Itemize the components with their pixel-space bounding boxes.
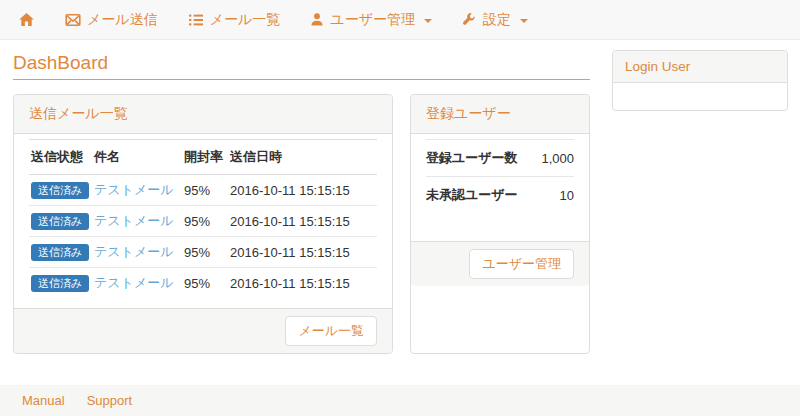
chevron-down-icon <box>424 19 432 23</box>
col-header-open-rate: 開封率 <box>182 140 228 175</box>
login-user-panel-body <box>613 83 787 110</box>
nav-home[interactable] <box>18 12 35 28</box>
registered-users-panel-body: 登録ユーザー数 1,000 未承認ユーザー 10 <box>411 134 589 241</box>
right-sidebar: Login User <box>612 50 788 111</box>
support-link[interactable]: Support <box>87 393 133 408</box>
table-row: 送信済み テストメール 95% 2016-10-11 15:15:15 <box>29 268 377 299</box>
registered-users-panel-title: 登録ユーザー <box>411 95 589 134</box>
sent-at-value: 2016-10-11 15:15:15 <box>228 206 377 237</box>
list-icon <box>188 12 204 28</box>
mail-subject-link[interactable]: テストメール <box>94 182 174 197</box>
open-rate-value: 95% <box>182 268 228 299</box>
table-row: 送信済み テストメール 95% 2016-10-11 15:15:15 <box>29 237 377 268</box>
status-badge: 送信済み <box>31 213 89 230</box>
mail-subject-link[interactable]: テストメール <box>94 275 174 290</box>
login-user-panel: Login User <box>612 50 788 111</box>
status-badge: 送信済み <box>31 244 89 261</box>
unapproved-users-value: 10 <box>535 177 574 214</box>
registered-users-table: 登録ユーザー数 1,000 未承認ユーザー 10 <box>426 139 574 213</box>
nav-settings[interactable]: 設定 <box>462 11 528 29</box>
sent-mail-panel: 送信メール一覧 送信状態 件名 開封率 送信日時 <box>13 94 393 354</box>
nav-mail-send[interactable]: メール送信 <box>65 11 158 29</box>
mail-subject-link[interactable]: テストメール <box>94 213 174 228</box>
registered-users-count-value: 1,000 <box>535 140 574 177</box>
content-area: DashBoard 送信メール一覧 送信状態 件名 開封率 送信日時 <box>0 40 800 385</box>
sent-mail-panel-body: 送信状態 件名 開封率 送信日時 送信済み テストメール 95% <box>14 134 392 308</box>
main-column: DashBoard 送信メール一覧 送信状態 件名 開封率 送信日時 <box>13 40 590 354</box>
envelope-icon <box>65 12 81 28</box>
registered-users-count-label: 登録ユーザー数 <box>426 140 535 177</box>
mail-subject-link[interactable]: テストメール <box>94 244 174 259</box>
sent-at-value: 2016-10-11 15:15:15 <box>228 175 377 206</box>
page-title: DashBoard <box>13 52 590 80</box>
mail-list-button[interactable]: メール一覧 <box>285 316 377 346</box>
nav-mail-list-label: メール一覧 <box>210 11 281 29</box>
table-row: 登録ユーザー数 1,000 <box>426 140 574 177</box>
top-navbar: メール送信 メール一覧 ユーザー管理 設定 <box>0 0 800 40</box>
nav-user-management[interactable]: ユーザー管理 <box>310 11 432 29</box>
table-row: 送信済み テストメール 95% 2016-10-11 15:15:15 <box>29 175 377 206</box>
col-header-subject: 件名 <box>92 140 182 175</box>
manual-link[interactable]: Manual <box>22 393 65 408</box>
open-rate-value: 95% <box>182 206 228 237</box>
table-row: 未承認ユーザー 10 <box>426 177 574 214</box>
col-header-sent-at: 送信日時 <box>228 140 377 175</box>
registered-users-panel-footer: ユーザー管理 <box>411 241 589 286</box>
unapproved-users-label: 未承認ユーザー <box>426 177 535 214</box>
wrench-icon <box>462 12 477 27</box>
col-header-status: 送信状態 <box>29 140 92 175</box>
table-header-row: 送信状態 件名 開封率 送信日時 <box>29 140 377 175</box>
chevron-down-icon <box>520 19 528 23</box>
nav-settings-label: 設定 <box>483 11 511 29</box>
sent-at-value: 2016-10-11 15:15:15 <box>228 268 377 299</box>
home-icon <box>18 12 35 28</box>
nav-mail-send-label: メール送信 <box>87 11 158 29</box>
sent-at-value: 2016-10-11 15:15:15 <box>228 237 377 268</box>
open-rate-value: 95% <box>182 175 228 206</box>
user-icon <box>310 12 324 27</box>
registered-users-panel: 登録ユーザー 登録ユーザー数 1,000 未承認ユーザー 10 <box>410 94 590 354</box>
user-management-button[interactable]: ユーザー管理 <box>469 249 574 279</box>
table-row: 送信済み テストメール 95% 2016-10-11 15:15:15 <box>29 206 377 237</box>
nav-mail-list[interactable]: メール一覧 <box>188 11 281 29</box>
status-badge: 送信済み <box>31 182 89 199</box>
nav-user-management-label: ユーザー管理 <box>330 11 415 29</box>
sent-mail-table: 送信状態 件名 開封率 送信日時 送信済み テストメール 95% <box>29 139 377 298</box>
status-badge: 送信済み <box>31 275 89 292</box>
login-user-panel-title: Login User <box>613 51 787 83</box>
page-footer: Manual Support <box>0 385 800 416</box>
sent-mail-panel-footer: メール一覧 <box>14 308 392 353</box>
sent-mail-panel-title: 送信メール一覧 <box>14 95 392 134</box>
open-rate-value: 95% <box>182 237 228 268</box>
